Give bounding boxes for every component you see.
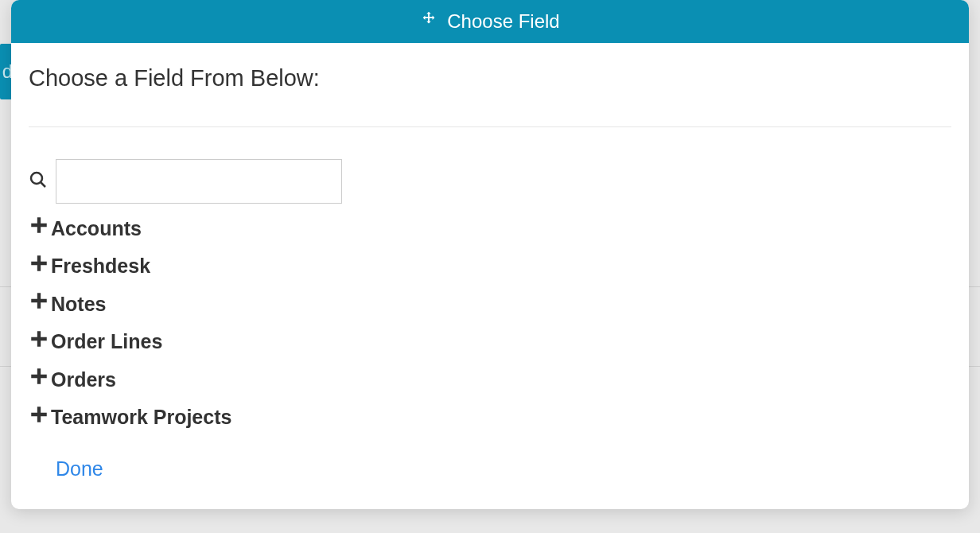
modal-title: Choose Field: [447, 10, 559, 33]
plus-icon: [29, 366, 49, 393]
divider: [29, 126, 951, 127]
tree-item-notes[interactable]: Notes: [29, 290, 951, 317]
tree-item-label: Order Lines: [51, 329, 162, 355]
plus-icon: [29, 215, 49, 242]
plus-icon: [29, 290, 49, 317]
field-tree: Accounts Freshdesk Notes Order Lines Ord…: [29, 215, 951, 430]
modal-body: Choose a Field From Below: Accounts Fres…: [11, 43, 969, 509]
move-icon: [420, 10, 438, 33]
tree-item-accounts[interactable]: Accounts: [29, 215, 951, 242]
svg-line-1: [41, 183, 46, 188]
tree-item-label: Freshdesk: [51, 253, 150, 279]
tree-item-label: Accounts: [51, 216, 142, 242]
tree-item-freshdesk[interactable]: Freshdesk: [29, 253, 951, 280]
plus-icon: [29, 329, 49, 356]
search-icon: [29, 170, 48, 193]
done-button[interactable]: Done: [56, 457, 103, 480]
choose-field-modal: Choose Field Choose a Field From Below: …: [11, 0, 969, 509]
plus-icon: [29, 404, 49, 431]
search-row: [29, 159, 951, 204]
tree-item-orders[interactable]: Orders: [29, 366, 951, 393]
tree-item-label: Orders: [51, 367, 116, 393]
tree-item-label: Teamwork Projects: [51, 404, 231, 430]
search-input[interactable]: [56, 159, 342, 204]
tree-item-teamwork-projects[interactable]: Teamwork Projects: [29, 404, 951, 431]
modal-subtitle: Choose a Field From Below:: [29, 65, 951, 91]
tree-item-label: Notes: [51, 291, 106, 317]
modal-header[interactable]: Choose Field: [11, 0, 969, 43]
svg-point-0: [31, 173, 42, 184]
plus-icon: [29, 253, 49, 280]
tree-item-order-lines[interactable]: Order Lines: [29, 329, 951, 356]
